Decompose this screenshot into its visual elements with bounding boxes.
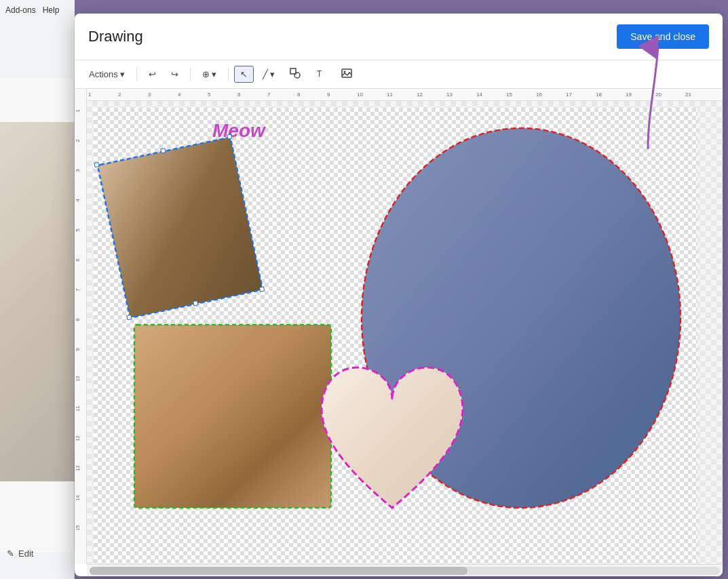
text-icon: T (315, 68, 326, 81)
ruler-left-num-2: 2 (75, 139, 81, 142)
drawing-toolbar: Actions ▾ ↩ ↪ ⊕ ▾ ↖ ╱ ▾ T (75, 60, 723, 89)
zoom-button[interactable]: ⊕ ▾ (196, 66, 223, 83)
save-close-button[interactable]: Save and close (617, 24, 709, 49)
ruler-left-num-15: 15 (75, 525, 80, 531)
zoom-icon: ⊕ (202, 69, 210, 79)
drawing-svg (94, 108, 697, 564)
svg-text:T: T (317, 69, 322, 79)
drawing-canvas[interactable]: Meow (94, 108, 697, 564)
ruler-num-20: 21 (685, 92, 691, 98)
toolbar-sep-2 (190, 68, 191, 81)
edit-button[interactable]: ✎ Edit (7, 548, 33, 559)
undo-button[interactable]: ↩ (142, 66, 162, 83)
ruler-left-num-13: 13 (75, 466, 80, 471)
ruler-left-num-9: 9 (75, 348, 81, 351)
actions-arrow: ▾ (120, 69, 125, 79)
ruler-num-6: 7 (267, 92, 270, 98)
dialog-title: Drawing (88, 28, 143, 45)
ruler-num-17: 18 (596, 92, 602, 98)
ruler-top: 1 2 3 4 5 6 7 8 9 10 11 12 13 14 15 16 1… (87, 89, 723, 101)
svg-rect-17 (127, 315, 132, 320)
ruler-left-num-1: 1 (75, 109, 81, 112)
dialog-header: Drawing Save and close (75, 14, 723, 60)
svg-rect-18 (260, 287, 265, 292)
ruler-left-num-14: 14 (75, 496, 80, 501)
svg-point-13 (362, 128, 681, 508)
ruler-left-num-12: 12 (75, 436, 80, 441)
canvas-area[interactable]: Meow (87, 101, 723, 564)
ruler-num-14: 15 (506, 92, 512, 98)
ruler-num-3: 4 (178, 92, 180, 98)
cursor-button[interactable]: ↖ (234, 66, 254, 83)
svg-rect-20 (193, 301, 198, 306)
docs-menu-bar: Add-ons Help (0, 0, 75, 20)
redo-icon: ↪ (171, 69, 178, 79)
ruler-num-15: 16 (536, 92, 542, 98)
ruler-num-0: 1 (88, 92, 91, 98)
ruler-num-13: 14 (476, 92, 482, 98)
svg-rect-7 (98, 137, 263, 318)
image-icon (341, 68, 352, 81)
ruler-num-1: 2 (118, 92, 121, 98)
zoom-arrow: ▾ (212, 69, 216, 79)
ruler-num-4: 5 (208, 92, 210, 98)
docs-page-preview (0, 122, 75, 481)
svg-point-11 (362, 128, 681, 508)
ruler-left-num-11: 11 (75, 406, 80, 412)
undo-icon: ↩ (149, 69, 156, 79)
shapes-button[interactable] (284, 64, 307, 84)
actions-label: Actions (89, 69, 118, 79)
drawing-dialog: Drawing Save and close Actions ▾ ↩ ↪ ⊕ ▾… (75, 14, 723, 576)
edit-label: Edit (18, 548, 33, 559)
actions-button[interactable]: Actions ▾ (83, 66, 131, 83)
cursor-icon: ↖ (240, 69, 248, 79)
line-button[interactable]: ╱ ▾ (256, 66, 281, 83)
ruler-num-2: 3 (148, 92, 151, 98)
canvas-container[interactable]: 1 2 3 4 5 6 7 8 9 10 11 12 13 14 15 16 1… (75, 89, 723, 576)
ruler-left-num-6: 6 (75, 258, 81, 261)
svg-rect-8 (134, 325, 331, 508)
svg-rect-6 (98, 137, 263, 318)
ruler-num-19: 20 (655, 92, 662, 98)
ruler-num-8: 9 (327, 92, 330, 98)
redo-button[interactable]: ↪ (165, 66, 185, 83)
svg-rect-16 (227, 134, 232, 139)
canvas-scrollbar[interactable] (87, 564, 723, 576)
ruler-num-7: 8 (297, 92, 300, 98)
ruler-left-num-5: 5 (75, 228, 81, 231)
ruler-left-num-7: 7 (75, 288, 81, 291)
edit-icon: ✎ (7, 548, 14, 559)
ruler-num-5: 6 (237, 92, 240, 98)
shapes-icon (290, 68, 301, 81)
meow-text: Meow (212, 120, 265, 142)
scrollbar-thumb (90, 567, 467, 575)
svg-point-1 (294, 73, 300, 78)
docs-sidebar: Add-ons Help ✎ Edit (0, 0, 75, 579)
line-icon: ╱ (263, 69, 268, 79)
toolbar-sep-3 (228, 68, 229, 81)
ruler-num-11: 12 (417, 92, 423, 98)
svg-rect-5 (98, 137, 263, 318)
svg-rect-15 (94, 163, 99, 167)
ruler-left-num-3: 3 (75, 169, 81, 172)
scrollbar-track (90, 567, 720, 575)
svg-rect-10 (134, 325, 331, 508)
ruler-num-12: 13 (446, 92, 453, 98)
svg-point-4 (343, 71, 345, 73)
ruler-left-num-10: 10 (75, 376, 80, 382)
svg-rect-19 (161, 148, 166, 153)
addons-menu[interactable]: Add-ons (3, 4, 39, 16)
svg-rect-9 (134, 325, 331, 508)
line-arrow: ▾ (270, 69, 275, 79)
ruler-num-18: 19 (626, 92, 632, 98)
ruler-num-10: 11 (387, 92, 393, 98)
toolbar-sep-1 (136, 68, 137, 81)
ruler-left: 1 2 3 4 5 6 7 8 9 10 11 12 13 14 15 (75, 89, 87, 564)
ruler-left-num-4: 4 (75, 199, 81, 201)
text-button[interactable]: T (309, 64, 332, 84)
help-menu[interactable]: Help (40, 4, 62, 16)
ruler-left-num-8: 8 (75, 318, 81, 321)
ruler-num-16: 17 (566, 92, 572, 98)
ruler-num-9: 10 (357, 92, 363, 98)
image-button[interactable] (335, 64, 358, 84)
